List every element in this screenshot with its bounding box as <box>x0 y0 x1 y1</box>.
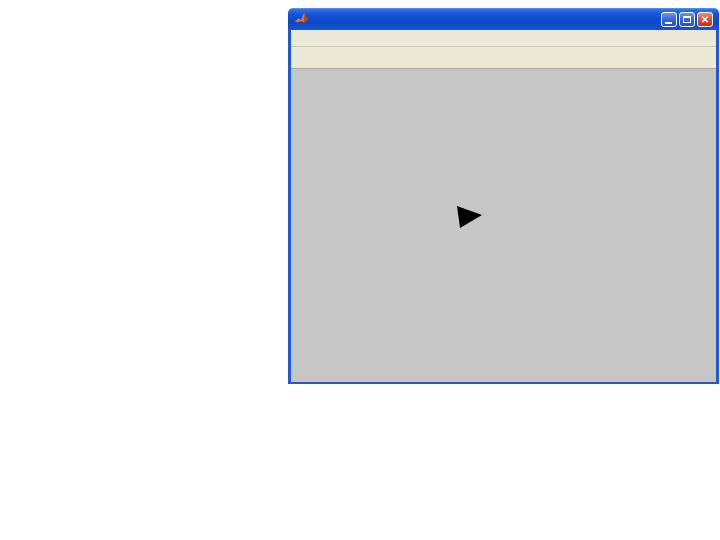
toolbar <box>291 47 716 69</box>
menubar <box>291 30 716 47</box>
minimize-icon <box>665 22 672 24</box>
surface-plot <box>291 69 716 382</box>
figure-canvas <box>291 69 716 382</box>
maximize-button[interactable] <box>679 12 695 27</box>
close-icon: ✕ <box>698 13 712 26</box>
matlab-logo-icon <box>294 10 309 29</box>
red-highlight-ellipse <box>45 384 420 424</box>
matlab-figure-window: ✕ <box>288 8 719 384</box>
size-block <box>57 179 93 339</box>
minimize-button[interactable] <box>661 12 677 27</box>
titlebar[interactable]: ✕ <box>288 8 719 30</box>
matrix-block <box>8 355 42 515</box>
close-button[interactable]: ✕ <box>697 12 713 27</box>
window-body <box>288 30 719 384</box>
maximize-icon <box>683 16 691 23</box>
slide: ✕ <box>0 0 720 540</box>
